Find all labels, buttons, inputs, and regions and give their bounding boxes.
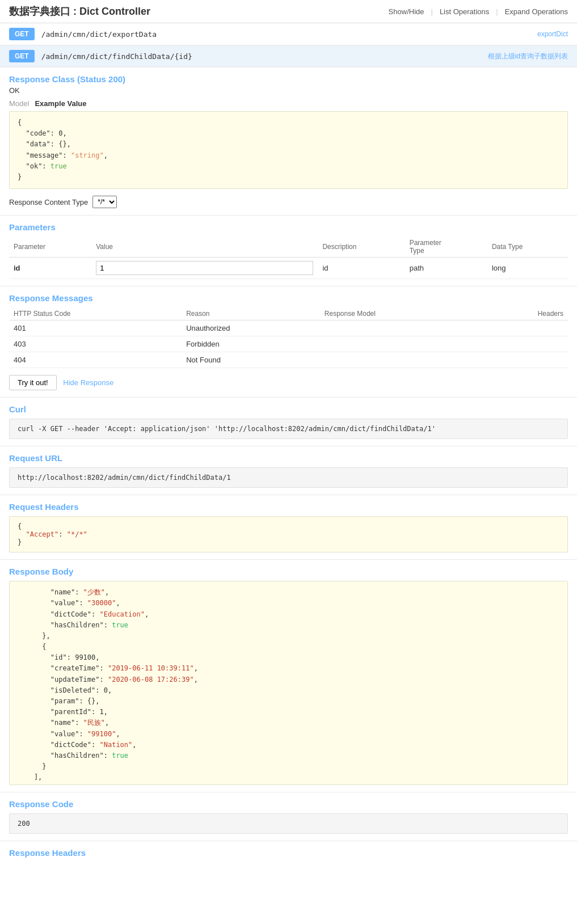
model-tab-model[interactable]: Model: [9, 99, 29, 108]
response-messages-section: Response Messages HTTP Status Code Reaso…: [0, 286, 577, 397]
response-code-value: 200: [9, 813, 568, 834]
col-http-status: HTTP Status Code: [9, 307, 182, 320]
response-messages-title: Response Messages: [9, 293, 568, 303]
list-operations-link[interactable]: List Operations: [440, 7, 489, 16]
param-description: id: [318, 258, 405, 279]
params-title: Parameters: [9, 222, 568, 232]
parameters-section: Parameters Parameter Value Description P…: [0, 216, 577, 286]
request-url-title: Request URL: [9, 453, 568, 463]
col-description: Description: [318, 237, 405, 258]
endpoint-left-2: GET /admin/cmn/dict/findChildData/{id}: [9, 50, 192, 62]
request-url-section: Request URL http://localhost:8202/admin/…: [0, 446, 577, 495]
status-404: 404: [9, 352, 182, 368]
reason-401: Unauthorized: [182, 320, 320, 336]
page-title: 数据字典接口 : Dict Controller: [9, 5, 150, 18]
divider2: |: [496, 7, 498, 16]
top-actions: Show/Hide | List Operations | Expand Ope…: [389, 7, 568, 16]
endpoint-row-1: GET /admin/cmn/dict/exportData exportDic…: [0, 23, 577, 45]
method-badge-1: GET: [9, 28, 35, 40]
col-parameter: Parameter: [9, 237, 91, 258]
content-type-select[interactable]: */*: [92, 196, 117, 208]
response-class-title: Response Class (Status 200): [9, 74, 568, 84]
model-tab-example[interactable]: Example Value: [35, 99, 86, 108]
top-bar: 数据字典接口 : Dict Controller Show/Hide | Lis…: [0, 0, 577, 23]
table-row: id id path long: [9, 258, 568, 279]
params-table: Parameter Value Description Parameter Ty…: [9, 237, 568, 279]
method-badge-2: GET: [9, 50, 35, 62]
response-headers-section: Response Headers: [0, 841, 577, 869]
request-headers-section: Request Headers { "Accept": "*/*" }: [0, 495, 577, 559]
table-row: 404 Not Found: [9, 352, 568, 368]
endpoint-row-2: GET /admin/cmn/dict/findChildData/{id} 根…: [0, 45, 577, 67]
response-code-title: Response Code: [9, 799, 568, 809]
col-reason: Reason: [182, 307, 320, 320]
model-404: [320, 352, 477, 368]
show-hide-link[interactable]: Show/Hide: [389, 7, 424, 16]
request-url-value: http://localhost:8202/admin/cmn/dict/fin…: [9, 467, 568, 488]
param-type: path: [405, 258, 487, 279]
headers-403: [477, 336, 568, 352]
endpoint-desc-1: exportDict: [537, 30, 568, 38]
divider1: |: [431, 7, 432, 16]
col-param-type: Parameter Type: [405, 237, 487, 258]
request-headers-title: Request Headers: [9, 502, 568, 512]
headers-401: [477, 320, 568, 336]
response-class-ok: OK: [9, 86, 568, 95]
curl-section: Curl curl -X GET --header 'Accept: appli…: [0, 398, 577, 446]
model-tabs: Model Example Value: [9, 99, 568, 108]
model-403: [320, 336, 477, 352]
response-class-section: Response Class (Status 200) OK Model Exa…: [0, 67, 577, 215]
status-401: 401: [9, 320, 182, 336]
hide-response-link[interactable]: Hide Response: [63, 378, 113, 387]
param-id-input[interactable]: [96, 261, 313, 275]
curl-value: curl -X GET --header 'Accept: applicatio…: [9, 419, 568, 439]
expand-operations-link[interactable]: Expand Operations: [505, 7, 568, 16]
col-value: Value: [91, 237, 318, 258]
response-body-value: "name": "少数", "value": "30000", "dictCod…: [9, 581, 568, 785]
example-value-box: { "code": 0, "data": {}, "message": "str…: [9, 111, 568, 189]
endpoint-path-1: /admin/cmn/dict/exportData: [41, 30, 157, 39]
reason-403: Forbidden: [182, 336, 320, 352]
response-headers-title: Response Headers: [9, 848, 568, 858]
param-value-cell: [91, 258, 318, 279]
response-code-section: Response Code 200: [0, 792, 577, 841]
col-data-type: Data Type: [487, 237, 568, 258]
table-row: 401 Unauthorized: [9, 320, 568, 336]
content-type-label: Response Content Type: [9, 198, 88, 206]
try-it-out-button[interactable]: Try it out!: [9, 375, 57, 390]
response-body-title: Response Body: [9, 567, 568, 576]
curl-title: Curl: [9, 404, 568, 414]
endpoint-path-2: /admin/cmn/dict/findChildData/{id}: [41, 52, 192, 61]
param-name: id: [9, 258, 91, 279]
response-content-type: Response Content Type */*: [9, 196, 568, 208]
status-403: 403: [9, 336, 182, 352]
model-401: [320, 320, 477, 336]
col-headers: Headers: [477, 307, 568, 320]
param-data-type: long: [487, 258, 568, 279]
headers-404: [477, 352, 568, 368]
reason-404: Not Found: [182, 352, 320, 368]
endpoint-left-1: GET /admin/cmn/dict/exportData: [9, 28, 157, 40]
request-headers-value: { "Accept": "*/*" }: [9, 516, 568, 552]
response-body-section: Response Body "name": "少数", "value": "30…: [0, 560, 577, 792]
table-row: 403 Forbidden: [9, 336, 568, 352]
try-actions: Try it out! Hide Response: [9, 375, 568, 390]
col-response-model: Response Model: [320, 307, 477, 320]
endpoint-desc-2: 根据上级id查询子数据列表: [488, 52, 568, 61]
messages-table: HTTP Status Code Reason Response Model H…: [9, 307, 568, 368]
